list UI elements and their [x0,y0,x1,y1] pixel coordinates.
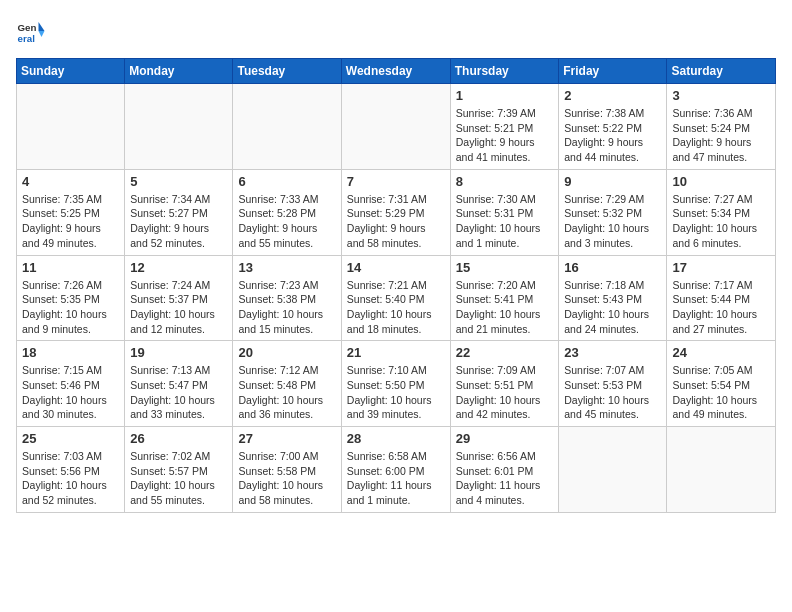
calendar-cell: 27Sunrise: 7:00 AMSunset: 5:58 PMDayligh… [233,427,341,513]
calendar-cell: 28Sunrise: 6:58 AMSunset: 6:00 PMDayligh… [341,427,450,513]
calendar-cell: 4Sunrise: 7:35 AMSunset: 5:25 PMDaylight… [17,169,125,255]
logo: Gen eral [16,16,50,46]
cell-info-text: Sunrise: 7:13 AMSunset: 5:47 PMDaylight:… [130,363,227,422]
cell-day-number: 9 [564,174,661,189]
cell-info-text: Sunrise: 7:30 AMSunset: 5:31 PMDaylight:… [456,192,554,251]
weekday-header: Friday [559,59,667,84]
cell-day-number: 25 [22,431,119,446]
cell-info-text: Sunrise: 7:00 AMSunset: 5:58 PMDaylight:… [238,449,335,508]
cell-day-number: 2 [564,88,661,103]
calendar-cell: 14Sunrise: 7:21 AMSunset: 5:40 PMDayligh… [341,255,450,341]
cell-info-text: Sunrise: 7:12 AMSunset: 5:48 PMDaylight:… [238,363,335,422]
cell-day-number: 27 [238,431,335,446]
cell-day-number: 22 [456,345,554,360]
calendar-cell: 8Sunrise: 7:30 AMSunset: 5:31 PMDaylight… [450,169,559,255]
weekday-header: Sunday [17,59,125,84]
cell-day-number: 19 [130,345,227,360]
calendar-cell: 13Sunrise: 7:23 AMSunset: 5:38 PMDayligh… [233,255,341,341]
cell-info-text: Sunrise: 7:35 AMSunset: 5:25 PMDaylight:… [22,192,119,251]
svg-text:Gen: Gen [18,22,37,33]
cell-day-number: 20 [238,345,335,360]
weekday-header: Wednesday [341,59,450,84]
calendar-cell: 1Sunrise: 7:39 AMSunset: 5:21 PMDaylight… [450,84,559,170]
cell-day-number: 8 [456,174,554,189]
calendar-cell: 29Sunrise: 6:56 AMSunset: 6:01 PMDayligh… [450,427,559,513]
cell-info-text: Sunrise: 7:24 AMSunset: 5:37 PMDaylight:… [130,278,227,337]
weekday-header: Thursday [450,59,559,84]
calendar-cell: 17Sunrise: 7:17 AMSunset: 5:44 PMDayligh… [667,255,776,341]
cell-info-text: Sunrise: 6:56 AMSunset: 6:01 PMDaylight:… [456,449,554,508]
calendar-cell: 19Sunrise: 7:13 AMSunset: 5:47 PMDayligh… [125,341,233,427]
calendar-cell [233,84,341,170]
cell-info-text: Sunrise: 7:20 AMSunset: 5:41 PMDaylight:… [456,278,554,337]
calendar-cell [125,84,233,170]
cell-day-number: 13 [238,260,335,275]
calendar-cell: 5Sunrise: 7:34 AMSunset: 5:27 PMDaylight… [125,169,233,255]
cell-info-text: Sunrise: 7:05 AMSunset: 5:54 PMDaylight:… [672,363,770,422]
calendar-week-row: 25Sunrise: 7:03 AMSunset: 5:56 PMDayligh… [17,427,776,513]
page-header: Gen eral [16,16,776,46]
cell-day-number: 7 [347,174,445,189]
cell-day-number: 17 [672,260,770,275]
calendar-cell [17,84,125,170]
cell-day-number: 15 [456,260,554,275]
cell-info-text: Sunrise: 7:03 AMSunset: 5:56 PMDaylight:… [22,449,119,508]
calendar-cell: 7Sunrise: 7:31 AMSunset: 5:29 PMDaylight… [341,169,450,255]
cell-day-number: 18 [22,345,119,360]
cell-day-number: 5 [130,174,227,189]
cell-day-number: 1 [456,88,554,103]
calendar-cell: 22Sunrise: 7:09 AMSunset: 5:51 PMDayligh… [450,341,559,427]
cell-day-number: 12 [130,260,227,275]
cell-info-text: Sunrise: 6:58 AMSunset: 6:00 PMDaylight:… [347,449,445,508]
weekday-header: Tuesday [233,59,341,84]
cell-info-text: Sunrise: 7:31 AMSunset: 5:29 PMDaylight:… [347,192,445,251]
cell-info-text: Sunrise: 7:02 AMSunset: 5:57 PMDaylight:… [130,449,227,508]
cell-info-text: Sunrise: 7:33 AMSunset: 5:28 PMDaylight:… [238,192,335,251]
cell-info-text: Sunrise: 7:39 AMSunset: 5:21 PMDaylight:… [456,106,554,165]
logo-icon: Gen eral [16,16,46,46]
calendar-table: SundayMondayTuesdayWednesdayThursdayFrid… [16,58,776,513]
calendar-cell: 15Sunrise: 7:20 AMSunset: 5:41 PMDayligh… [450,255,559,341]
cell-day-number: 11 [22,260,119,275]
cell-day-number: 6 [238,174,335,189]
cell-info-text: Sunrise: 7:26 AMSunset: 5:35 PMDaylight:… [22,278,119,337]
cell-day-number: 29 [456,431,554,446]
calendar-cell [667,427,776,513]
cell-day-number: 23 [564,345,661,360]
cell-day-number: 10 [672,174,770,189]
cell-day-number: 16 [564,260,661,275]
calendar-cell: 24Sunrise: 7:05 AMSunset: 5:54 PMDayligh… [667,341,776,427]
calendar-cell: 10Sunrise: 7:27 AMSunset: 5:34 PMDayligh… [667,169,776,255]
cell-info-text: Sunrise: 7:21 AMSunset: 5:40 PMDaylight:… [347,278,445,337]
cell-info-text: Sunrise: 7:10 AMSunset: 5:50 PMDaylight:… [347,363,445,422]
calendar-cell: 26Sunrise: 7:02 AMSunset: 5:57 PMDayligh… [125,427,233,513]
cell-info-text: Sunrise: 7:38 AMSunset: 5:22 PMDaylight:… [564,106,661,165]
calendar-cell: 3Sunrise: 7:36 AMSunset: 5:24 PMDaylight… [667,84,776,170]
cell-info-text: Sunrise: 7:07 AMSunset: 5:53 PMDaylight:… [564,363,661,422]
calendar-week-row: 1Sunrise: 7:39 AMSunset: 5:21 PMDaylight… [17,84,776,170]
calendar-cell: 6Sunrise: 7:33 AMSunset: 5:28 PMDaylight… [233,169,341,255]
calendar-week-row: 4Sunrise: 7:35 AMSunset: 5:25 PMDaylight… [17,169,776,255]
cell-day-number: 4 [22,174,119,189]
cell-info-text: Sunrise: 7:36 AMSunset: 5:24 PMDaylight:… [672,106,770,165]
cell-day-number: 24 [672,345,770,360]
calendar-cell: 12Sunrise: 7:24 AMSunset: 5:37 PMDayligh… [125,255,233,341]
calendar-cell: 9Sunrise: 7:29 AMSunset: 5:32 PMDaylight… [559,169,667,255]
cell-info-text: Sunrise: 7:23 AMSunset: 5:38 PMDaylight:… [238,278,335,337]
cell-info-text: Sunrise: 7:15 AMSunset: 5:46 PMDaylight:… [22,363,119,422]
cell-day-number: 26 [130,431,227,446]
svg-marker-2 [39,22,45,31]
calendar-cell [341,84,450,170]
weekday-header-row: SundayMondayTuesdayWednesdayThursdayFrid… [17,59,776,84]
weekday-header: Saturday [667,59,776,84]
calendar-cell: 2Sunrise: 7:38 AMSunset: 5:22 PMDaylight… [559,84,667,170]
calendar-cell: 20Sunrise: 7:12 AMSunset: 5:48 PMDayligh… [233,341,341,427]
cell-info-text: Sunrise: 7:09 AMSunset: 5:51 PMDaylight:… [456,363,554,422]
cell-info-text: Sunrise: 7:34 AMSunset: 5:27 PMDaylight:… [130,192,227,251]
calendar-cell [559,427,667,513]
cell-day-number: 14 [347,260,445,275]
cell-day-number: 3 [672,88,770,103]
calendar-cell: 18Sunrise: 7:15 AMSunset: 5:46 PMDayligh… [17,341,125,427]
calendar-week-row: 11Sunrise: 7:26 AMSunset: 5:35 PMDayligh… [17,255,776,341]
weekday-header: Monday [125,59,233,84]
